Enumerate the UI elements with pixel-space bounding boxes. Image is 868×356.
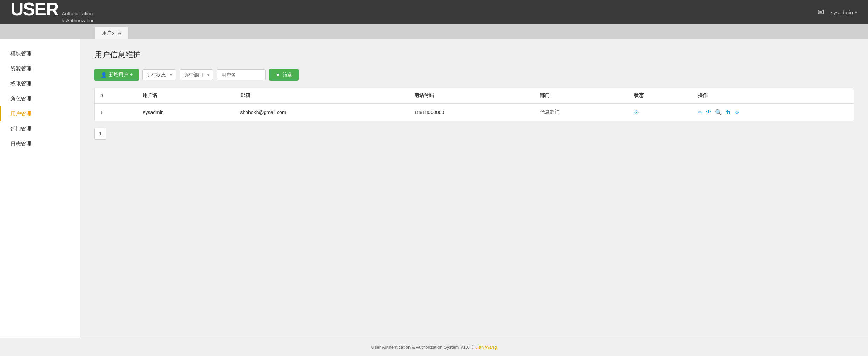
app-header: USER Authentication & Authorization ✉ sy… bbox=[0, 0, 868, 24]
col-username: 用户名 bbox=[137, 88, 234, 103]
logo: USER Authentication & Authorization bbox=[10, 0, 95, 24]
footer-text: User Authentication & Authorization Syst… bbox=[371, 344, 476, 350]
logo-user-text: USER bbox=[10, 0, 58, 18]
user-menu[interactable]: sysadmin ∨ bbox=[831, 9, 858, 15]
col-index: # bbox=[95, 88, 137, 103]
cell-phone: 18818000000 bbox=[409, 103, 534, 121]
table-header-row: # 用户名 邮箱 电话号码 部门 状态 操作 bbox=[95, 88, 854, 103]
sidebar-item-log[interactable]: 日志管理 bbox=[0, 136, 80, 151]
cell-username: sysadmin bbox=[137, 103, 234, 121]
pagination: 1 bbox=[94, 128, 854, 140]
settings-icon[interactable]: ⚙ bbox=[735, 109, 740, 116]
sidebar-item-role[interactable]: 角色管理 bbox=[0, 91, 80, 106]
delete-icon[interactable]: 🗑 bbox=[726, 109, 731, 115]
filter-label: 筛选 bbox=[282, 72, 292, 78]
cell-email: shohokh@gmail.com bbox=[235, 103, 409, 121]
app-footer: User Authentication & Authorization Syst… bbox=[0, 338, 868, 356]
add-user-label: 新增用户 + bbox=[109, 72, 133, 78]
action-icon-group: ✏ 👁 🔍 🗑 ⚙ bbox=[698, 109, 848, 116]
main-layout: 模块管理 资源管理 权限管理 角色管理 用户管理 部门管理 日志管理 用户信息维… bbox=[0, 39, 868, 338]
sidebar: 模块管理 资源管理 权限管理 角色管理 用户管理 部门管理 日志管理 bbox=[0, 39, 80, 338]
header-right: ✉ sysadmin ∨ bbox=[818, 8, 858, 17]
filter-icon: ▼ bbox=[275, 72, 280, 78]
sidebar-item-module[interactable]: 模块管理 bbox=[0, 46, 80, 61]
status-select[interactable]: 所有状态 启用 禁用 bbox=[142, 69, 176, 80]
col-action: 操作 bbox=[692, 88, 854, 103]
view-icon[interactable]: 👁 bbox=[706, 109, 712, 115]
page-1-button[interactable]: 1 bbox=[94, 128, 106, 140]
status-active-icon: ⊙ bbox=[634, 109, 639, 116]
col-dept: 部门 bbox=[534, 88, 629, 103]
username-label: sysadmin bbox=[831, 9, 853, 15]
mail-icon[interactable]: ✉ bbox=[818, 8, 824, 17]
chevron-down-icon: ∨ bbox=[855, 10, 858, 15]
username-search-input[interactable] bbox=[217, 69, 266, 80]
sidebar-item-user[interactable]: 用户管理 bbox=[0, 106, 80, 121]
main-content: 用户信息维护 👤 新增用户 + 所有状态 启用 禁用 所有部门 信息部门 行政部… bbox=[80, 39, 868, 338]
page-title: 用户信息维护 bbox=[94, 50, 854, 60]
search-icon[interactable]: 🔍 bbox=[715, 109, 722, 116]
toolbar: 👤 新增用户 + 所有状态 启用 禁用 所有部门 信息部门 行政部门 ▼ 筛选 bbox=[94, 69, 854, 81]
add-user-button[interactable]: 👤 新增用户 + bbox=[94, 69, 139, 81]
tab-bar: 用户列表 bbox=[0, 24, 868, 39]
sidebar-item-permission[interactable]: 权限管理 bbox=[0, 76, 80, 91]
user-table: # 用户名 邮箱 电话号码 部门 状态 操作 1 sysadmin shohok… bbox=[94, 88, 854, 121]
cell-status: ⊙ bbox=[628, 103, 692, 121]
dept-select[interactable]: 所有部门 信息部门 行政部门 bbox=[180, 69, 213, 80]
add-user-icon: 👤 bbox=[101, 72, 107, 78]
cell-dept: 信息部门 bbox=[534, 103, 629, 121]
cell-index: 1 bbox=[95, 103, 137, 121]
tab-user-list[interactable]: 用户列表 bbox=[94, 27, 129, 39]
filter-button[interactable]: ▼ 筛选 bbox=[269, 69, 299, 81]
logo-subtitle: Authentication & Authorization bbox=[62, 10, 94, 24]
footer-author-link[interactable]: Jian Wang bbox=[475, 344, 497, 350]
col-phone: 电话号码 bbox=[409, 88, 534, 103]
sidebar-item-dept[interactable]: 部门管理 bbox=[0, 121, 80, 136]
cell-actions: ✏ 👁 🔍 🗑 ⚙ bbox=[692, 103, 854, 121]
sidebar-item-resource[interactable]: 资源管理 bbox=[0, 61, 80, 76]
col-status: 状态 bbox=[628, 88, 692, 103]
col-email: 邮箱 bbox=[235, 88, 409, 103]
table-row: 1 sysadmin shohokh@gmail.com 18818000000… bbox=[95, 103, 854, 121]
edit-icon[interactable]: ✏ bbox=[698, 109, 702, 116]
